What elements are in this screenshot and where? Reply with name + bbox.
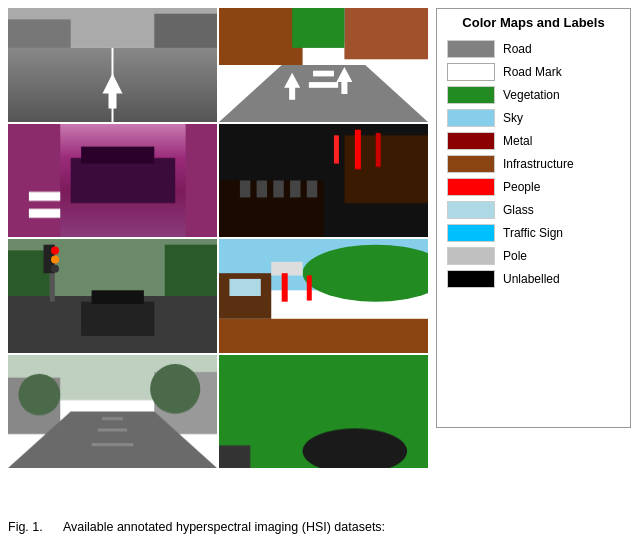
- legend-label: Infrastructure: [503, 157, 574, 171]
- legend-item: Vegetation: [447, 86, 620, 104]
- content-row: Color Maps and Labels RoadRoad MarkVeget…: [0, 0, 640, 513]
- color-swatch: [447, 109, 495, 127]
- image-r2c2: [219, 124, 428, 238]
- color-swatch: [447, 201, 495, 219]
- color-swatch: [447, 86, 495, 104]
- image-grid: [8, 8, 428, 468]
- color-swatch: [447, 63, 495, 81]
- caption: Fig. 1. Available annotated hyperspectra…: [0, 513, 640, 541]
- legend-item: Pole: [447, 247, 620, 265]
- legend-title: Color Maps and Labels: [447, 15, 620, 32]
- legend-label: People: [503, 180, 540, 194]
- color-swatch: [447, 224, 495, 242]
- color-swatch: [447, 40, 495, 58]
- legend-item: Road Mark: [447, 63, 620, 81]
- legend-label: Sky: [503, 111, 523, 125]
- image-r1c2: [219, 8, 428, 122]
- caption-text: Available annotated hyperspectral imagin…: [63, 520, 385, 534]
- image-r4c1: [8, 355, 217, 469]
- color-swatch: [447, 247, 495, 265]
- legend-label: Glass: [503, 203, 534, 217]
- legend-items: RoadRoad MarkVegetationSkyMetalInfrastru…: [447, 40, 620, 288]
- legend-item: Traffic Sign: [447, 224, 620, 242]
- legend-label: Road Mark: [503, 65, 562, 79]
- legend-item: People: [447, 178, 620, 196]
- image-r3c2: [219, 239, 428, 353]
- image-r3c1: [8, 239, 217, 353]
- legend-label: Pole: [503, 249, 527, 263]
- color-swatch: [447, 155, 495, 173]
- legend-label: Road: [503, 42, 532, 56]
- color-swatch: [447, 132, 495, 150]
- legend-item: Infrastructure: [447, 155, 620, 173]
- legend-item: Road: [447, 40, 620, 58]
- color-swatch: [447, 270, 495, 288]
- legend-item: Unlabelled: [447, 270, 620, 288]
- legend-item: Glass: [447, 201, 620, 219]
- legend-label: Vegetation: [503, 88, 560, 102]
- legend-label: Unlabelled: [503, 272, 560, 286]
- fig-label: Fig. 1.: [8, 520, 43, 534]
- legend-label: Metal: [503, 134, 532, 148]
- legend-item: Sky: [447, 109, 620, 127]
- legend-item: Metal: [447, 132, 620, 150]
- color-swatch: [447, 178, 495, 196]
- image-r4c2: [219, 355, 428, 469]
- image-r1c1: [8, 8, 217, 122]
- legend-box: Color Maps and Labels RoadRoad MarkVeget…: [436, 8, 631, 428]
- image-r2c1: [8, 124, 217, 238]
- legend-label: Traffic Sign: [503, 226, 563, 240]
- main-container: Color Maps and Labels RoadRoad MarkVeget…: [0, 0, 640, 540]
